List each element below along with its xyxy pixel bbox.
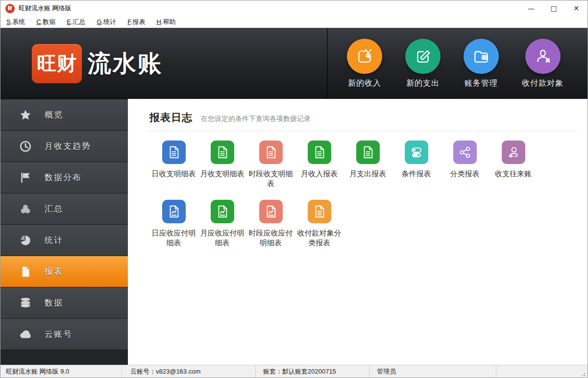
sidebar-item-data-distribution[interactable]: 数据分布 — [0, 162, 128, 193]
tile-monthly-expense-report[interactable]: 月支出报表 — [343, 141, 392, 189]
quick-actions: 新的收入 新的支出 账 — [347, 39, 588, 89]
doc-chart-icon — [259, 200, 283, 223]
window-controls: — □ ✕ — [520, 0, 588, 16]
tile-payee-category-report[interactable]: 收付款对象分类报表 — [295, 200, 343, 248]
window-title: 旺财流水账 网络版 — [19, 4, 72, 13]
sidebar-item-summary[interactable]: 汇总 — [0, 193, 128, 225]
menu-help[interactable]: H.帮助 — [154, 17, 177, 27]
tile-row-1: 日收支明细表 月收支明细表 — [149, 141, 588, 189]
tile-period-income-expense-detail[interactable]: 时段收支明细表 — [246, 141, 295, 189]
new-expense-button[interactable]: 新的支出 — [405, 39, 441, 89]
pie-icon — [19, 234, 32, 247]
menu-reports[interactable]: F.报表 — [125, 17, 147, 27]
resize-grip-icon[interactable] — [581, 372, 586, 377]
tile-monthly-income-report[interactable]: 月收入报表 — [295, 141, 343, 189]
menu-system[interactable]: S.系统 — [4, 17, 27, 27]
yen-inbox-icon — [347, 39, 382, 74]
tile-period-receivable-payable-detail[interactable]: 时段应收应付明细表 — [246, 200, 295, 248]
tile-daily-income-expense-detail[interactable]: 日收支明细表 — [149, 141, 198, 189]
sidebar-item-cloud-account[interactable]: 云账号 — [0, 319, 128, 350]
menu-bar: S.系统 C.数据 E.汇总 G.统计 F.报表 H.帮助 — [0, 16, 588, 28]
sidebar-item-data[interactable]: 数据 — [0, 287, 128, 319]
logo-badge: 旺财 — [32, 44, 82, 83]
sidebar-item-statistics[interactable]: 统计 — [0, 225, 128, 256]
app-logo: 旺财 流水账 — [32, 44, 163, 83]
wallet-icon — [464, 39, 499, 74]
person-bookmark-icon — [525, 39, 561, 74]
tile-monthly-income-expense-detail[interactable]: 月收支明细表 — [198, 141, 246, 189]
person-plus-minus-icon — [502, 141, 525, 164]
sidebar-item-monthly-trend[interactable]: 月收支趋势 — [0, 131, 128, 162]
tile-row-2: 日应收应付明细表 月应收应付明细表 — [149, 200, 588, 248]
account-management-button[interactable]: 账务管理 — [464, 39, 499, 89]
content-header: 报表日志 在您设定的条件下查询各项数据记录 — [149, 111, 588, 124]
doc-lines-icon — [308, 141, 331, 164]
doc-chart-icon — [162, 200, 186, 223]
title-bar: 财 旺财流水账 网络版 — □ ✕ — [0, 0, 588, 16]
logo-text: 流水账 — [88, 48, 163, 79]
status-cloud-account: 云账号：v823@163.com — [122, 365, 256, 378]
doc-lines-icon — [162, 141, 186, 164]
star-icon — [19, 109, 32, 121]
body: 概览 月收支趋势 数据分布 汇总 — [0, 99, 588, 365]
status-bar: 旺财流水账 网络版 9.0 云账号：v823@163.com 账套：默认账套20… — [0, 365, 588, 378]
clock-icon — [19, 140, 32, 153]
toggles-icon — [405, 141, 428, 164]
maximize-button[interactable]: □ — [542, 0, 565, 16]
doc-lines-icon — [308, 200, 331, 223]
menu-statistics[interactable]: G.统计 — [95, 17, 119, 27]
status-app-version: 旺财流水账 网络版 9.0 — [0, 365, 122, 378]
app-icon: 财 — [5, 4, 15, 13]
status-user-role: 管理员 — [369, 365, 496, 378]
app-window: 财 旺财流水账 网络版 — □ ✕ S.系统 C.数据 E.汇总 G.统计 F.… — [0, 0, 588, 378]
doc-lines-icon — [211, 141, 234, 164]
doc-lines-icon — [259, 141, 283, 164]
flag-icon — [19, 171, 32, 184]
tile-daily-receivable-payable-detail[interactable]: 日应收应付明细表 — [149, 200, 198, 248]
doc-lines-icon — [356, 141, 380, 164]
app-header: 旺财 流水账 新的收入 新的支 — [0, 28, 588, 99]
tile-income-expense-accounts[interactable]: 收支往来账 — [489, 141, 538, 189]
tile-category-report[interactable]: 分类报表 — [441, 141, 489, 189]
new-income-button[interactable]: 新的收入 — [347, 39, 382, 89]
close-button[interactable]: ✕ — [565, 0, 588, 16]
report-tile-grid: 日收支明细表 月收支明细表 — [149, 141, 588, 248]
main-content: 报表日志 在您设定的条件下查询各项数据记录 日收支明细表 — [128, 99, 588, 365]
menu-data[interactable]: C.数据 — [34, 17, 57, 27]
minimize-button[interactable]: — — [520, 0, 542, 16]
sidebar-item-overview[interactable]: 概览 — [0, 99, 128, 131]
menu-summary[interactable]: E.汇总 — [65, 17, 87, 27]
doc-chart-icon — [211, 200, 234, 223]
tile-conditional-report[interactable]: 条件报表 — [392, 141, 441, 189]
payees-button[interactable]: 收付款对象 — [522, 39, 564, 89]
sidebar-item-reports[interactable]: 报表 — [0, 256, 128, 287]
page-subtitle: 在您设定的条件下查询各项数据记录 — [201, 115, 311, 123]
report-page-icon — [19, 265, 32, 278]
header-divider — [147, 131, 580, 131]
sidebar: 概览 月收支趋势 数据分布 汇总 — [0, 99, 128, 365]
venn-icon — [19, 203, 32, 215]
database-icon — [19, 297, 32, 309]
tile-monthly-receivable-payable-detail[interactable]: 月应收应付明细表 — [198, 200, 246, 248]
page-title: 报表日志 — [149, 111, 193, 124]
edit-icon — [405, 39, 441, 74]
status-account-set: 账套：默认账套20200715 — [256, 365, 369, 378]
status-spacer — [496, 365, 588, 378]
cloud-icon — [19, 328, 32, 341]
share-icon — [453, 141, 477, 164]
